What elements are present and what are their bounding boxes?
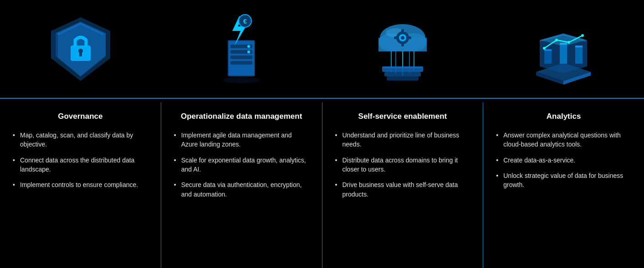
self-service-bullet-2: Distribute data across domains to bring … bbox=[335, 156, 470, 174]
ops-icon: € bbox=[205, 13, 278, 86]
self-service-bullet-1: Understand and prioritize line of busine… bbox=[335, 131, 470, 149]
ops-bullet-1: Implement agile data management and Azur… bbox=[174, 131, 309, 149]
svg-rect-47 bbox=[560, 44, 567, 64]
svg-point-53 bbox=[567, 41, 570, 44]
svg-rect-48 bbox=[560, 43, 567, 45]
svg-rect-27 bbox=[401, 29, 404, 33]
svg-rect-29 bbox=[394, 36, 398, 39]
ops-bullets: Implement agile data management and Azur… bbox=[174, 131, 309, 199]
content-row: Governance Map, catalog, scan, and class… bbox=[0, 99, 644, 268]
analytics-icon bbox=[527, 13, 600, 86]
self-service-bullet-3: Drive business value with self-serve dat… bbox=[335, 180, 470, 199]
self-service-icon-cell bbox=[322, 0, 483, 98]
governance-icon-cell bbox=[0, 0, 161, 98]
svg-rect-4 bbox=[79, 52, 82, 56]
svg-rect-37 bbox=[384, 72, 421, 76]
icons-row: € bbox=[0, 0, 644, 98]
svg-point-15 bbox=[247, 51, 250, 53]
svg-point-14 bbox=[247, 45, 250, 48]
self-service-title: Self-service enablement bbox=[335, 111, 470, 121]
governance-bullets: Map, catalog, scan, and classify data by… bbox=[13, 131, 148, 189]
svg-rect-30 bbox=[408, 36, 411, 39]
analytics-bullets: Answer complex analytical questions with… bbox=[496, 131, 631, 189]
self-service-bullets: Understand and prioritize line of busine… bbox=[335, 131, 470, 199]
svg-point-7 bbox=[223, 77, 260, 83]
self-service-cell: Self-service enablement Understand and p… bbox=[322, 102, 484, 268]
analytics-icon-cell bbox=[483, 0, 644, 98]
governance-bullet-3: Implement controls to ensure compliance. bbox=[13, 180, 148, 189]
self-service-icon bbox=[366, 13, 439, 86]
ops-bullet-3: Secure data via authentication, encrypti… bbox=[174, 180, 309, 199]
svg-rect-28 bbox=[401, 43, 404, 46]
ops-title: Operationalize data management bbox=[174, 111, 309, 121]
svg-point-51 bbox=[543, 47, 546, 50]
analytics-cell: Analytics Answer complex analytical ques… bbox=[483, 102, 644, 268]
ops-bullet-2: Scale for exponential data growth, analy… bbox=[174, 156, 309, 174]
governance-title: Governance bbox=[13, 111, 148, 121]
analytics-bullet-1: Answer complex analytical questions with… bbox=[496, 131, 631, 149]
analytics-bullet-2: Create data-as-a-service. bbox=[496, 156, 631, 165]
svg-point-54 bbox=[581, 34, 584, 37]
svg-rect-39 bbox=[382, 66, 423, 68]
svg-point-52 bbox=[555, 39, 558, 41]
page-container: € bbox=[0, 0, 644, 268]
governance-bullet-1: Map, catalog, scan, and classify data by… bbox=[13, 131, 148, 149]
svg-rect-49 bbox=[575, 46, 583, 64]
svg-rect-13 bbox=[230, 61, 252, 65]
governance-icon bbox=[44, 13, 117, 86]
svg-rect-50 bbox=[575, 46, 583, 47]
svg-rect-46 bbox=[544, 49, 552, 51]
svg-rect-38 bbox=[387, 76, 419, 81]
svg-point-26 bbox=[401, 36, 404, 40]
governance-cell: Governance Map, catalog, scan, and class… bbox=[0, 102, 161, 268]
svg-text:€: € bbox=[243, 18, 247, 25]
svg-rect-12 bbox=[230, 56, 252, 59]
svg-rect-45 bbox=[544, 50, 552, 64]
ops-icon-cell: € bbox=[161, 0, 322, 98]
governance-bullet-2: Connect data across the distributed data… bbox=[13, 156, 148, 174]
svg-marker-6 bbox=[51, 31, 58, 61]
analytics-bullet-3: Unlock strategic value of data for busin… bbox=[496, 171, 631, 190]
ops-cell: Operationalize data management Implement… bbox=[161, 102, 322, 268]
analytics-title: Analytics bbox=[496, 111, 631, 121]
